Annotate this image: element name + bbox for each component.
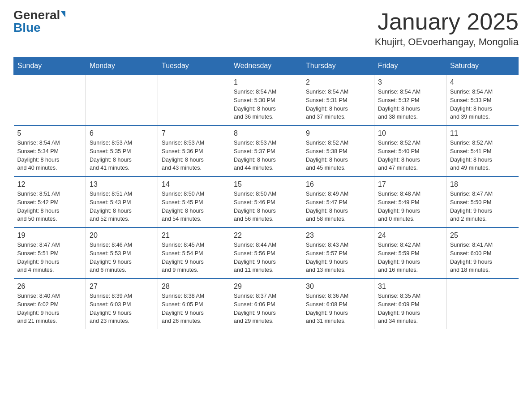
day-info: Sunrise: 8:48 AM Sunset: 5:49 PM Dayligh…: [378, 190, 442, 223]
calendar-cell: 22Sunrise: 8:44 AM Sunset: 5:56 PM Dayli…: [230, 227, 302, 278]
day-info: Sunrise: 8:35 AM Sunset: 6:09 PM Dayligh…: [378, 292, 442, 325]
day-info: Sunrise: 8:52 AM Sunset: 5:40 PM Dayligh…: [378, 139, 442, 172]
day-number: 3: [378, 78, 442, 86]
logo-general-text: General: [13, 9, 60, 21]
day-number: 22: [234, 231, 298, 240]
calendar-cell: 1Sunrise: 8:54 AM Sunset: 5:30 PM Daylig…: [230, 75, 302, 126]
day-number: 1: [234, 78, 298, 86]
day-info: Sunrise: 8:45 AM Sunset: 5:54 PM Dayligh…: [162, 241, 226, 274]
day-info: Sunrise: 8:53 AM Sunset: 5:37 PM Dayligh…: [234, 139, 298, 172]
day-info: Sunrise: 8:44 AM Sunset: 5:56 PM Dayligh…: [234, 241, 298, 274]
calendar-cell: 2Sunrise: 8:54 AM Sunset: 5:31 PM Daylig…: [302, 75, 374, 126]
day-number: 19: [17, 231, 82, 240]
day-info: Sunrise: 8:37 AM Sunset: 6:06 PM Dayligh…: [234, 292, 298, 325]
calendar-cell: 15Sunrise: 8:50 AM Sunset: 5:46 PM Dayli…: [230, 176, 302, 227]
calendar-cell: 26Sunrise: 8:40 AM Sunset: 6:02 PM Dayli…: [14, 278, 86, 329]
day-info: Sunrise: 8:43 AM Sunset: 5:57 PM Dayligh…: [306, 241, 370, 274]
day-number: 12: [17, 180, 82, 188]
calendar-cell: 28Sunrise: 8:38 AM Sunset: 6:05 PM Dayli…: [158, 278, 230, 329]
title-area: January 2025 Khujirt, OEvoerhangay, Mong…: [375, 9, 519, 48]
calendar-cell: 5Sunrise: 8:54 AM Sunset: 5:34 PM Daylig…: [14, 125, 86, 176]
weekday-header-friday: Friday: [374, 57, 446, 75]
calendar-cell: 8Sunrise: 8:53 AM Sunset: 5:37 PM Daylig…: [230, 125, 302, 176]
day-number: 5: [17, 129, 82, 137]
calendar-row-3: 19Sunrise: 8:47 AM Sunset: 5:51 PM Dayli…: [14, 227, 519, 278]
header: General Blue January 2025 Khujirt, OEvoe…: [13, 9, 519, 48]
day-number: 20: [90, 231, 154, 240]
calendar-row-4: 26Sunrise: 8:40 AM Sunset: 6:02 PM Dayli…: [14, 278, 519, 329]
calendar-cell: 19Sunrise: 8:47 AM Sunset: 5:51 PM Dayli…: [14, 227, 86, 278]
day-number: 16: [306, 180, 370, 188]
calendar-cell: 6Sunrise: 8:53 AM Sunset: 5:35 PM Daylig…: [86, 125, 158, 176]
calendar-cell: 21Sunrise: 8:45 AM Sunset: 5:54 PM Dayli…: [158, 227, 230, 278]
weekday-header-monday: Monday: [86, 57, 158, 75]
day-info: Sunrise: 8:36 AM Sunset: 6:08 PM Dayligh…: [306, 292, 370, 325]
calendar-cell: 12Sunrise: 8:51 AM Sunset: 5:42 PM Dayli…: [14, 176, 86, 227]
weekday-header-saturday: Saturday: [446, 57, 519, 75]
calendar-cell: [14, 75, 86, 126]
calendar-cell: 9Sunrise: 8:52 AM Sunset: 5:38 PM Daylig…: [302, 125, 374, 176]
day-info: Sunrise: 8:54 AM Sunset: 5:34 PM Dayligh…: [17, 139, 82, 172]
day-info: Sunrise: 8:52 AM Sunset: 5:38 PM Dayligh…: [306, 139, 370, 172]
day-info: Sunrise: 8:47 AM Sunset: 5:51 PM Dayligh…: [17, 241, 82, 274]
calendar-subtitle: Khujirt, OEvoerhangay, Mongolia: [375, 36, 519, 48]
day-number: 2: [306, 78, 370, 86]
calendar-table: SundayMondayTuesdayWednesdayThursdayFrid…: [13, 57, 519, 329]
day-number: 10: [378, 129, 442, 137]
calendar-row-0: 1Sunrise: 8:54 AM Sunset: 5:30 PM Daylig…: [14, 75, 519, 126]
calendar-cell: 29Sunrise: 8:37 AM Sunset: 6:06 PM Dayli…: [230, 278, 302, 329]
day-number: 4: [450, 78, 515, 86]
calendar-cell: [446, 278, 519, 329]
calendar-row-2: 12Sunrise: 8:51 AM Sunset: 5:42 PM Dayli…: [14, 176, 519, 227]
day-number: 30: [306, 283, 370, 291]
calendar-title: January 2025: [375, 9, 519, 34]
day-info: Sunrise: 8:47 AM Sunset: 5:50 PM Dayligh…: [450, 190, 515, 223]
day-info: Sunrise: 8:53 AM Sunset: 5:35 PM Dayligh…: [90, 139, 154, 172]
day-info: Sunrise: 8:42 AM Sunset: 5:59 PM Dayligh…: [378, 241, 442, 274]
day-info: Sunrise: 8:54 AM Sunset: 5:32 PM Dayligh…: [378, 88, 442, 121]
day-info: Sunrise: 8:54 AM Sunset: 5:33 PM Dayligh…: [450, 88, 515, 121]
calendar-cell: 7Sunrise: 8:53 AM Sunset: 5:36 PM Daylig…: [158, 125, 230, 176]
weekday-header-wednesday: Wednesday: [230, 57, 302, 75]
day-number: 25: [450, 231, 515, 240]
day-number: 7: [162, 129, 226, 137]
day-number: 15: [234, 180, 298, 188]
day-info: Sunrise: 8:50 AM Sunset: 5:45 PM Dayligh…: [162, 190, 226, 223]
day-number: 28: [162, 283, 226, 291]
day-number: 17: [378, 180, 442, 188]
day-number: 13: [90, 180, 154, 188]
calendar-cell: 11Sunrise: 8:52 AM Sunset: 5:41 PM Dayli…: [446, 125, 519, 176]
day-number: 8: [234, 129, 298, 137]
day-info: Sunrise: 8:41 AM Sunset: 6:00 PM Dayligh…: [450, 241, 515, 274]
day-info: Sunrise: 8:46 AM Sunset: 5:53 PM Dayligh…: [90, 241, 154, 274]
day-number: 14: [162, 180, 226, 188]
logo-blue-text: Blue: [13, 21, 41, 34]
calendar-cell: 25Sunrise: 8:41 AM Sunset: 6:00 PM Dayli…: [446, 227, 519, 278]
day-number: 26: [17, 283, 82, 291]
day-number: 11: [450, 129, 515, 137]
weekday-header-tuesday: Tuesday: [158, 57, 230, 75]
calendar-cell: 27Sunrise: 8:39 AM Sunset: 6:03 PM Dayli…: [86, 278, 158, 329]
calendar-cell: 3Sunrise: 8:54 AM Sunset: 5:32 PM Daylig…: [374, 75, 446, 126]
day-info: Sunrise: 8:39 AM Sunset: 6:03 PM Dayligh…: [90, 292, 154, 325]
calendar-cell: [86, 75, 158, 126]
weekday-header-row: SundayMondayTuesdayWednesdayThursdayFrid…: [14, 57, 519, 75]
calendar-cell: [158, 75, 230, 126]
logo: General Blue: [13, 9, 65, 34]
day-number: 27: [90, 283, 154, 291]
day-number: 21: [162, 231, 226, 240]
day-info: Sunrise: 8:54 AM Sunset: 5:30 PM Dayligh…: [234, 88, 298, 121]
day-info: Sunrise: 8:53 AM Sunset: 5:36 PM Dayligh…: [162, 139, 226, 172]
calendar-cell: 14Sunrise: 8:50 AM Sunset: 5:45 PM Dayli…: [158, 176, 230, 227]
day-number: 23: [306, 231, 370, 240]
calendar-cell: 10Sunrise: 8:52 AM Sunset: 5:40 PM Dayli…: [374, 125, 446, 176]
day-info: Sunrise: 8:38 AM Sunset: 6:05 PM Dayligh…: [162, 292, 226, 325]
weekday-header-thursday: Thursday: [302, 57, 374, 75]
day-info: Sunrise: 8:54 AM Sunset: 5:31 PM Dayligh…: [306, 88, 370, 121]
day-number: 6: [90, 129, 154, 137]
calendar-cell: 23Sunrise: 8:43 AM Sunset: 5:57 PM Dayli…: [302, 227, 374, 278]
day-info: Sunrise: 8:52 AM Sunset: 5:41 PM Dayligh…: [450, 139, 515, 172]
day-number: 18: [450, 180, 515, 188]
day-info: Sunrise: 8:51 AM Sunset: 5:43 PM Dayligh…: [90, 190, 154, 223]
logo-arrow-icon: [61, 11, 65, 17]
